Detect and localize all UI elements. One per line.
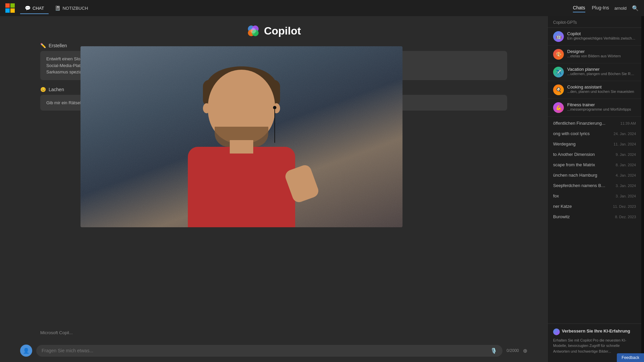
chat-history: öffentlichen Finanzierung... 11:39 AM on…	[548, 117, 641, 323]
tab-chat[interactable]: 💬 CHAT	[20, 3, 49, 13]
nav-tabs: 💬 CHAT 📓 NOTIZBUCH	[20, 3, 93, 13]
fitness-name: Fitness trainer	[567, 102, 636, 107]
chat-icon: 💬	[25, 5, 31, 11]
user-avatar: 👤	[20, 345, 32, 357]
copilot-gpts-label: Copilot-GPTs	[553, 20, 577, 25]
chat-item-8[interactable]: ner Katze 11. Dez. 2023	[548, 201, 641, 212]
sidebar-header: Copilot-GPTs	[548, 16, 641, 28]
copilot-gpt-info: Copilot Ein gleichgewichtiges Verhältnis…	[567, 31, 636, 40]
gpt-item-cooking[interactable]: 🍳 Cooking assistant ...den, planen und k…	[548, 81, 641, 99]
upgrade-avatar-icon	[553, 328, 560, 335]
nav-right: Chats Plug-Ins arnold 🔍	[573, 4, 639, 12]
gpt-item-vacation[interactable]: ✈️ Vacation planner ...udlernen, plangen…	[548, 63, 641, 81]
copilot-gpt-name: Copilot	[567, 31, 636, 36]
vacation-info: Vacation planner ...udlernen, plangen un…	[567, 67, 636, 76]
chat-item-fox[interactable]: fox 3. Jan. 2024	[548, 191, 641, 201]
neck	[230, 140, 253, 154]
chats-link[interactable]: Chats	[573, 4, 585, 12]
attach-icon[interactable]: ⊕	[523, 348, 527, 354]
gpt-item-designer[interactable]: 🎨 Designer ...etelas von Bildern aus Wör…	[548, 46, 641, 63]
vacation-avatar: ✈️	[553, 67, 564, 77]
tab-notebook[interactable]: 📓 NOTIZBUCH	[50, 3, 93, 13]
microphone-icon[interactable]: 🎙️	[490, 348, 497, 354]
main-container: Copilot ✏️ Erstellen Entwirft einen Slog…	[0, 16, 644, 362]
earbud-wire	[274, 109, 275, 143]
content-area: Copilot ✏️ Erstellen Entwirft einen Slog…	[0, 16, 547, 362]
video-background	[80, 46, 402, 227]
upgrade-header: Verbessern Sie Ihre KI-Erfahrung	[553, 328, 636, 336]
copilot-gpt-desc: Ein gleichgewichtiges Verhältnis zwische…	[567, 36, 636, 40]
fitness-desc: ...messenprogramme und Worführtipps	[567, 107, 636, 111]
copilot-gpt-avatar: 🤖	[553, 31, 564, 42]
body-shirt	[188, 147, 295, 227]
ear-left	[203, 103, 210, 113]
search-icon[interactable]: 🔍	[632, 5, 639, 11]
fitness-avatar: 💪	[553, 102, 564, 113]
person-silhouette	[154, 60, 329, 227]
chat-item-9[interactable]: Burowitz 8. Dez. 2023	[548, 212, 641, 222]
username-display: arnold	[614, 6, 627, 11]
cooking-desc: ...den, planen und kochen Sie maueisten	[567, 89, 636, 94]
notebook-icon: 📓	[55, 5, 60, 11]
fitness-info: Fitness trainer ...messenprogramme und W…	[567, 102, 636, 111]
svg-point-4	[251, 28, 256, 34]
top-nav-bar: 💬 CHAT 📓 NOTIZBUCH Chats Plug-Ins arnold…	[0, 0, 644, 16]
nav-links: Chats Plug-Ins	[573, 4, 609, 12]
upgrade-desc: Erhalten Sie mit Copilot Pro die neueste…	[553, 338, 636, 354]
designer-info: Designer ...etelas von Bildern aus Wörte…	[567, 49, 636, 58]
chat-tab-label: CHAT	[33, 6, 44, 11]
input-field-wrapper[interactable]: 🎙️	[36, 345, 502, 357]
chat-item-0[interactable]: öffentlichen Finanzierung... 11:39 AM	[548, 118, 641, 128]
gpt-item-copilot[interactable]: 🤖 Copilot Ein gleichgewichtiges Verhältn…	[548, 28, 641, 46]
copilot-header: Copilot	[0, 16, 547, 43]
create-icon: ✏️	[40, 43, 46, 48]
copilot-title: Copilot	[264, 25, 301, 37]
plugins-link[interactable]: Plug-Ins	[592, 4, 609, 12]
laugh-icon: 😊	[40, 87, 46, 92]
chat-item-1[interactable]: ong with cool lyrics 24. Jan. 2024	[548, 128, 641, 139]
chat-item-3[interactable]: to Another Dimension 9. Jan. 2024	[548, 149, 641, 160]
designer-name: Designer	[567, 49, 636, 54]
cooking-info: Cooking assistant ...den, planen und koc…	[567, 84, 636, 94]
earbud-icon	[273, 106, 276, 109]
feedback-button[interactable]: Feedback	[617, 353, 641, 362]
video-overlay	[80, 46, 402, 227]
vacation-desc: ...udlernen, plangen und Böchen Sie Rade…	[567, 72, 636, 76]
upgrade-title: Verbessern Sie Ihre KI-Erfahrung	[562, 328, 630, 334]
char-counter: 0/2000	[506, 348, 519, 353]
windows-logo	[5, 3, 15, 13]
designer-avatar: 🎨	[553, 49, 564, 60]
far-right-scrollbar[interactable]	[641, 16, 644, 362]
chat-item-6[interactable]: Seepferdchen namens Bu... 3. Jan. 2024	[548, 180, 641, 191]
copilot-logo-icon	[247, 24, 260, 38]
input-bar: 👤 🎙️ 0/2000 ⊕	[0, 341, 547, 362]
cooking-name: Cooking assistant	[567, 84, 636, 89]
avatar-icon: 👤	[23, 348, 30, 354]
chat-item-5[interactable]: ünchen nach Hamburg 4. Jan. 2024	[548, 170, 641, 180]
chat-item-4[interactable]: scape from the Matrix 8. Jan. 2024	[548, 160, 641, 170]
designer-desc: ...etelas von Bildern aus Wörtern	[567, 54, 636, 58]
chat-item-2[interactable]: Werdegang 11. Jan. 2024	[548, 139, 641, 149]
cooking-avatar: 🍳	[553, 84, 564, 95]
notebook-tab-label: NOTIZBUCH	[62, 6, 88, 11]
vacation-name: Vacation planner	[567, 67, 636, 72]
ms-copilot-label: Microsoft Copil...	[40, 330, 73, 335]
gpt-item-fitness[interactable]: 💪 Fitness trainer ...messenprogramme und…	[548, 99, 641, 117]
chat-input[interactable]	[42, 348, 488, 353]
right-sidebar: Copilot-GPTs 🤖 Copilot Ein gleichgewicht…	[547, 16, 641, 362]
